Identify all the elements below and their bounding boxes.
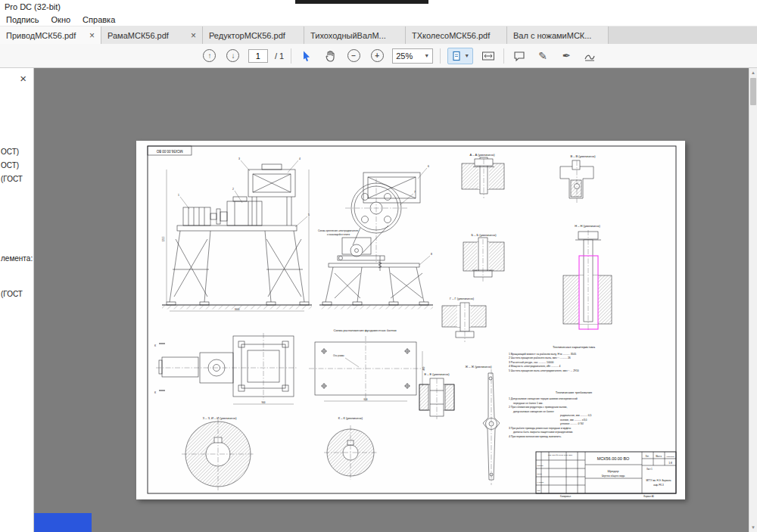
next-page-button[interactable]: ↓ [225, 47, 241, 65]
svg-text:Н – Н (увеличено): Н – Н (увеличено) [575, 224, 600, 228]
svg-text:К: К [154, 344, 157, 347]
svg-text:Ж – Ж (увеличено): Ж – Ж (увеличено) [465, 365, 492, 369]
section-b-b: Б – Б (увеличено) [463, 233, 504, 282]
svg-text:угловое .......... 0°30': угловое .......... 0°30' [560, 422, 584, 425]
previous-page-button[interactable]: ↑ [201, 47, 218, 65]
hand-icon [324, 50, 336, 62]
svg-text:1 Вращающий момент на рабочем: 1 Вращающий момент на рабочем валу, Н·м … [509, 353, 576, 356]
svg-text:2 Частота вращения рабочего ва: 2 Частота вращения рабочего вала, мин⁻¹ … [509, 356, 571, 359]
section-g-g: Г – Г (увеличено) [442, 297, 486, 342]
page-count-label: / 1 [275, 51, 284, 61]
tab-close-icon[interactable]: × [89, 31, 95, 40]
svg-text:Схема расположения фундаментны: Схема расположения фундаментных болтов [333, 328, 396, 332]
front-view: 1215 1600 3 4 1 2 5 [162, 157, 312, 311]
svg-text:Шредер: Шредер [608, 469, 620, 473]
svg-text:В – В (увеличено): В – В (увеличено) [570, 154, 596, 158]
pdf-page: МСК56.00.00 ВО [136, 141, 685, 499]
tab-th-koleso[interactable]: ТХколесоМСК56.pdf [406, 26, 507, 44]
svg-text:4: 4 [299, 157, 301, 160]
fill-sign-button[interactable]: ✎ [534, 47, 551, 65]
svg-text:передачи не более 1 мм.: передачи не более 1 мм. [513, 402, 543, 405]
foundation-bolt-scheme: Схема расположения фундаментных болтов О… [309, 328, 425, 401]
svg-text:8: 8 [431, 253, 432, 256]
svg-text:допускаемые смещения не более:: допускаемые смещения не более: [513, 410, 554, 413]
fit-width-icon [481, 51, 495, 61]
svg-text:к качающейся плите: к качающейся плите [327, 233, 350, 236]
svg-text:4 Мощность электродвигателя, к: 4 Мощность электродвигателя, кВт .......… [509, 365, 560, 368]
zoom-out-button[interactable]: − [345, 47, 362, 65]
comment-tool-button[interactable] [511, 47, 528, 65]
svg-text:А – А (увеличено): А – А (увеличено) [469, 153, 495, 157]
signature-icon [584, 50, 596, 62]
svg-text:3 Расчетный ресурс, час ......: 3 Расчетный ресурс, час .......... 10000 [509, 361, 554, 364]
arrow-down-icon: ↓ [226, 49, 239, 62]
svg-text:5 Частота вращения вала электр: 5 Частота вращения вала электродвигателя… [509, 369, 579, 372]
vertical-scrollbar[interactable]: ▲ ▼ [749, 68, 757, 532]
svg-text:Ось рамы: Ось рамы [333, 354, 344, 357]
detail-zh-zh: Ж – Ж (увеличено) [465, 365, 500, 485]
minus-icon: − [347, 49, 360, 62]
svg-text:Пров.: Пров. [537, 473, 543, 475]
pen-nib-icon: ✒ [562, 50, 571, 61]
svg-text:Н.контр.: Н.контр. [537, 481, 545, 484]
tech-characteristics: Техническая характеристика 1 Вращающий м… [509, 345, 596, 372]
tab-val-s-nozhami[interactable]: Вал с ножамиМСК... [507, 26, 609, 44]
menu-window[interactable]: Окно [51, 15, 71, 24]
plus-icon: + [371, 49, 384, 62]
toolbar-separator [503, 48, 504, 64]
page-number-input[interactable] [248, 49, 268, 63]
tab-close-icon[interactable]: × [191, 31, 196, 40]
svg-text:3: 3 [238, 157, 240, 160]
svg-text:Схема крепления электродвигате: Схема крепления электродвигателя [318, 229, 359, 232]
zoom-in-button[interactable]: + [369, 47, 385, 65]
signature-tool-button[interactable] [581, 47, 598, 65]
detail-z-i: З – З, И – И (увеличено) [182, 416, 254, 490]
svg-text:1:8: 1:8 [668, 462, 672, 465]
svg-text:МГТУ им. Н.Э. Баумана: МГТУ им. Н.Э. Баумана [646, 479, 671, 482]
tab-rama[interactable]: РамаМСК56.pdf × [101, 26, 203, 44]
svg-text:должны быть закрыты защитными: должны быть закрыты защитными ограждения… [513, 431, 573, 434]
tab-privod[interactable]: ПриводМСК56.pdf × [0, 26, 101, 44]
menu-signature[interactable]: Подпись [6, 15, 39, 24]
svg-text:радиальное, мм .......... 0,5: радиальное, мм .......... 0,5 [560, 414, 592, 417]
fit-width-button[interactable] [480, 47, 497, 65]
zoom-level-select[interactable]: 25% ▼ [392, 48, 433, 64]
section-n-n: Н – Н (увеличено) [563, 224, 612, 330]
menu-help[interactable]: Справка [83, 15, 115, 24]
svg-text:Чертеж общего вида: Чертеж общего вида [602, 474, 625, 478]
document-tab-bar: ПриводМСК56.pdf × РамаМСК56.pdf × Редукт… [0, 26, 757, 44]
svg-text:Е – Е (увеличено): Е – Е (увеличено) [424, 372, 450, 376]
panel-text-fragment: ОСТ) [1, 161, 19, 170]
comment-bubble-icon [513, 50, 525, 62]
left-panel: × ОСТ) ОСТ) (ГОСТ лемента: (ГОСТ [0, 68, 34, 532]
svg-text:МСК56.00.00 ВО: МСК56.00.00 ВО [156, 149, 182, 153]
svg-text:Утв.: Утв. [537, 490, 541, 492]
svg-text:1600: 1600 [235, 308, 240, 311]
svg-text:Лист 1: Лист 1 [646, 468, 653, 471]
page-display-button[interactable]: ▼ [447, 48, 473, 64]
panel-text-fragment: (ГОСТ [1, 290, 23, 298]
svg-text:Масштаб: Масштаб [666, 456, 674, 458]
section-a-a: А – А (увеличено) [462, 153, 504, 198]
scroll-down-arrow-icon[interactable]: ▼ [749, 523, 757, 532]
scroll-up-arrow-icon[interactable]: ▲ [749, 68, 757, 77]
tab-tihohodny-val[interactable]: ТихоходныйВалМ... [304, 26, 406, 44]
panel-close-button[interactable]: × [20, 73, 26, 84]
svg-text:Формат A1: Формат A1 [643, 495, 655, 498]
svg-text:Копировал: Копировал [560, 495, 571, 498]
arrow-up-icon: ↑ [203, 49, 216, 62]
svg-text:осевое, мм .......... ±3,0: осевое, мм .......... ±3,0 [560, 418, 587, 422]
blue-panel-fragment [34, 513, 92, 532]
select-tool-button[interactable] [298, 47, 315, 65]
engineering-drawing: МСК56.00.00 ВО [136, 141, 685, 499]
scrollbar-thumb[interactable] [750, 78, 756, 105]
section-v-v: В – В (увеличено) [560, 154, 596, 203]
svg-text:Лит.: Лит. [646, 455, 650, 458]
svg-text:460: 460 [422, 366, 425, 370]
svg-text:4 При первом включении привод: 4 При первом включении привод заземлить. [509, 435, 562, 438]
hand-tool-button[interactable] [322, 47, 338, 65]
tab-reduktor[interactable]: РедукторМСК56.pdf [203, 26, 304, 44]
workspace: × ОСТ) ОСТ) (ГОСТ лемента: (ГОСТ [0, 68, 757, 532]
pen-tool-button[interactable]: ✒ [558, 47, 575, 65]
window-title: Pro DC (32-bit) [5, 2, 61, 11]
